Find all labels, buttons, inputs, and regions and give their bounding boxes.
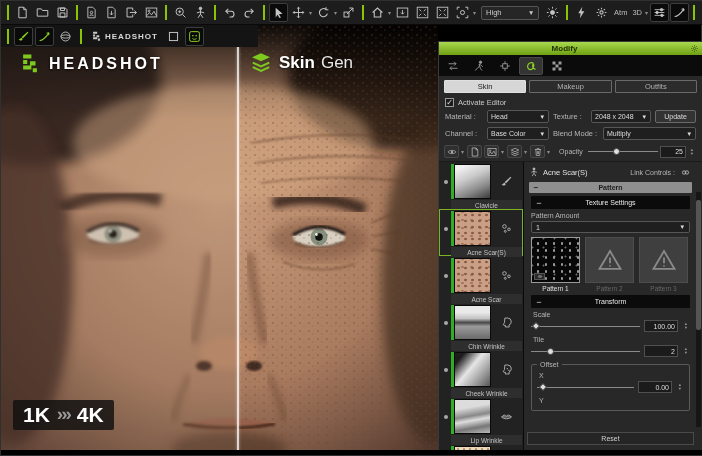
load-character-icon[interactable] <box>82 3 101 22</box>
layer-stack-caret-icon[interactable]: ▾ <box>524 148 527 155</box>
activate-editor-checkbox[interactable]: ✓ <box>445 98 454 107</box>
rotate-tool-icon[interactable] <box>314 3 333 22</box>
motion-flash-icon[interactable] <box>572 3 591 22</box>
import-file-icon[interactable] <box>102 3 121 22</box>
reset-button[interactable]: Reset <box>527 432 694 445</box>
layer-item-lip-wrinkle[interactable]: Lip Wrinkle <box>439 397 523 444</box>
opacity-spinner[interactable]: ▴▾ <box>688 146 696 158</box>
opacity-slider[interactable] <box>588 147 658 156</box>
3d-mode-label[interactable]: 3D <box>632 8 642 17</box>
layer-stack-icon[interactable] <box>507 145 522 158</box>
update-button[interactable]: Update <box>655 110 696 123</box>
select-tool-icon[interactable] <box>269 3 288 22</box>
atmosphere-gear-icon[interactable] <box>592 3 611 22</box>
scale-slider[interactable] <box>531 322 640 331</box>
3d-mode-caret-icon[interactable]: ▾ <box>645 9 648 16</box>
scale-spinner[interactable]: ▴▾ <box>682 320 690 332</box>
pattern-section-header[interactable]: − Pattern <box>529 182 692 193</box>
tab-material-checker-icon[interactable] <box>545 57 569 75</box>
face-chip-icon[interactable] <box>185 27 204 46</box>
collapse-icon[interactable]: − <box>531 297 547 307</box>
pattern-1-slot[interactable] <box>531 237 580 283</box>
offset-x-value[interactable]: 0.00 <box>638 381 672 393</box>
home-view-caret-icon[interactable]: ▾ <box>388 9 391 16</box>
layer-image-icon[interactable] <box>484 145 499 158</box>
home-view-icon[interactable] <box>368 3 387 22</box>
move-tool-caret-icon[interactable]: ▾ <box>309 9 312 16</box>
headshot-plugin-button[interactable]: HEADSHOT <box>91 31 158 42</box>
offset-x-spinner[interactable]: ▴▾ <box>676 381 684 393</box>
camera-gizmo-caret-icon[interactable]: ▾ <box>473 9 476 16</box>
scale-tool-icon[interactable] <box>339 3 358 22</box>
layer-item-clavicle[interactable]: Clavicle <box>439 162 523 209</box>
layer-visibility-dot[interactable] <box>440 368 451 372</box>
blend-mode-dropdown[interactable]: Multiply ▾ <box>603 127 696 140</box>
new-project-icon[interactable] <box>13 3 32 22</box>
skin-curve-brush-icon[interactable] <box>35 27 54 46</box>
comparison-split-line[interactable] <box>237 47 239 452</box>
rotate-tool-caret-icon[interactable]: ▾ <box>334 9 337 16</box>
panel-settings-gear-icon[interactable] <box>690 44 699 53</box>
pattern-3-slot[interactable] <box>639 237 688 283</box>
zoom-tool-icon[interactable] <box>171 3 190 22</box>
layer-item-chin-wrinkle[interactable]: Chin Wrinkle <box>439 303 523 350</box>
layer-item-acne-scar-s[interactable]: Acne Scar(S) <box>439 209 523 256</box>
render-quality-dropdown[interactable]: High ▾ <box>481 6 539 20</box>
tab-makeup[interactable]: Makeup <box>529 80 611 93</box>
tile-spinner[interactable]: ▴▾ <box>682 345 690 357</box>
opacity-value[interactable]: 25 <box>660 146 686 158</box>
pattern-2-slot[interactable] <box>585 237 634 283</box>
viewport[interactable]: HEADSHOT SkinGen 1K ››› 4K <box>1 25 438 452</box>
layer-visibility-caret-icon[interactable]: ▾ <box>461 148 464 155</box>
tab-modify-transform-icon[interactable] <box>441 57 465 75</box>
properties-scrollbar[interactable] <box>696 192 701 427</box>
tab-skin[interactable]: Skin <box>444 80 526 93</box>
texture-settings-section-header[interactable]: − Texture Settings <box>531 196 690 209</box>
offset-x-slider[interactable] <box>537 383 634 392</box>
brightness-icon[interactable] <box>543 3 562 22</box>
texture-size-dropdown[interactable]: 2048 x 2048 ▾ <box>591 110 651 123</box>
layer-visibility-dot[interactable] <box>440 180 451 184</box>
adjust-sliders-icon[interactable] <box>650 3 669 22</box>
layer-visibility-icon[interactable] <box>444 145 459 158</box>
expand-view-icon[interactable] <box>413 3 432 22</box>
delete-layer-icon[interactable] <box>530 145 545 158</box>
link-controls-icon[interactable] <box>679 168 692 177</box>
pose-tool-icon[interactable] <box>191 3 210 22</box>
open-project-icon[interactable] <box>33 3 52 22</box>
tab-animation-icon[interactable] <box>467 57 491 75</box>
render-image-icon[interactable] <box>142 3 161 22</box>
lod-sphere-icon[interactable] <box>56 27 75 46</box>
channel-dropdown[interactable]: Base Color ▾ <box>487 127 549 140</box>
tab-attach-icon[interactable] <box>493 57 517 75</box>
layer-item-cheek-wrinkle[interactable]: Cheek Wrinkle <box>439 350 523 397</box>
tab-outfits[interactable]: Outfits <box>615 80 697 93</box>
move-tool-icon[interactable] <box>289 3 308 22</box>
tab-skingen-icon[interactable] <box>519 57 543 75</box>
camera-gizmo-icon[interactable] <box>453 3 472 22</box>
pattern-amount-dropdown[interactable]: 1 ▾ <box>531 221 690 233</box>
shrink-view-icon[interactable] <box>433 3 452 22</box>
export-file-icon[interactable] <box>122 3 141 22</box>
material-dropdown[interactable]: Head ▾ <box>487 110 549 123</box>
fit-view-icon[interactable] <box>393 3 412 22</box>
tile-slider[interactable] <box>531 347 640 356</box>
layer-visibility-dot[interactable] <box>440 321 451 325</box>
collapse-icon[interactable]: − <box>529 183 543 192</box>
modify-panel-titlebar[interactable]: Modify <box>439 42 702 55</box>
layer-item-acne-scar[interactable]: Acne Scar <box>439 256 523 303</box>
collapse-icon[interactable]: − <box>531 198 547 208</box>
cube-tool-icon[interactable] <box>164 27 183 46</box>
redo-icon[interactable] <box>240 3 259 22</box>
skin-brush-icon[interactable] <box>14 27 33 46</box>
tile-value[interactable]: 2 <box>644 345 678 357</box>
layer-visibility-dot[interactable] <box>440 415 451 419</box>
curve-editor-icon[interactable] <box>670 3 689 22</box>
transform-section-header[interactable]: − Transform <box>531 295 690 308</box>
layer-visibility-dot[interactable] <box>440 227 451 231</box>
layer-visibility-dot[interactable] <box>440 274 451 278</box>
new-layer-icon[interactable] <box>467 145 482 158</box>
save-project-icon[interactable] <box>53 3 72 22</box>
delete-layer-caret-icon[interactable]: ▾ <box>547 148 550 155</box>
scale-value[interactable]: 100.00 <box>644 320 678 332</box>
